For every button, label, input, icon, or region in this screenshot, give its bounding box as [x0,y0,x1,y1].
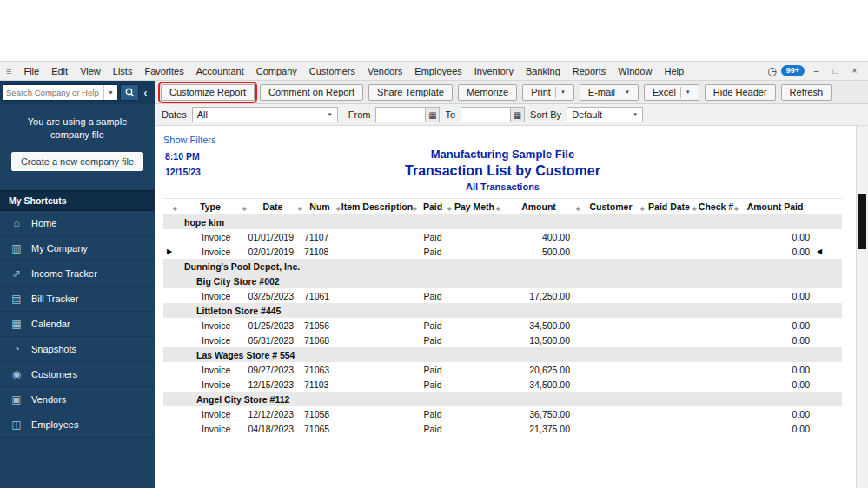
cell-num: 71063 [301,365,339,375]
menu-window[interactable]: Window [612,62,658,80]
customer-group-row[interactable]: Littleton Store #445 [163,303,842,318]
column-header-amount[interactable]: ◆Amount [499,201,579,212]
company-name: Manufacturing Sample File [163,148,842,161]
search-box[interactable]: ▼ [3,84,118,101]
menu-edit[interactable]: Edit [45,62,74,80]
calendar-icon: ▦ [10,318,23,330]
comment-on-report-button[interactable]: Comment on Report [260,84,363,101]
chevron-down-icon: ▼ [686,89,691,95]
notification-badge[interactable]: 99+ [781,65,805,76]
menu-view[interactable]: View [74,62,107,80]
menu-inventory[interactable]: Inventory [468,62,520,80]
cell-amount: 34,500.00 [499,320,579,331]
sidebar-item-employees[interactable]: ◫Employees [0,412,155,438]
cell-paid: Paid [415,232,450,242]
column-header-paid[interactable]: ◆Paid [415,201,450,212]
column-header-customer[interactable]: ◆Customer [579,201,643,212]
show-filters-link[interactable]: Show Filters [163,135,216,145]
menu-employees[interactable]: Employees [408,62,467,80]
menu-banking[interactable]: Banking [520,62,567,80]
sidebar-item-vendors[interactable]: ▣Vendors [0,387,155,412]
sidebar-item-my-company[interactable]: ▥My Company [0,236,155,261]
quickbooks-window: ≡ FileEditViewListsFavoritesAccountantCo… [0,61,868,488]
sidebar-item-calendar[interactable]: ▦Calendar [0,312,155,337]
memorize-button[interactable]: Memorize [458,84,517,101]
to-date-input[interactable]: ▦ [461,107,525,122]
button-label: Memorize [467,87,508,97]
table-row[interactable]: Invoice01/01/201971107Paid400.000.00 [163,229,842,244]
bill-tracker-icon: ▤ [10,293,23,305]
search-button[interactable] [120,84,139,101]
table-row[interactable]: Invoice09/27/202371063Paid20,625.000.00 [163,362,842,377]
menu-favorites[interactable]: Favorites [138,62,189,80]
create-company-file-button[interactable]: Create a new company file [11,152,143,171]
table-row[interactable]: Invoice05/31/202371068Paid13,500.000.00 [163,333,842,347]
menu-lists[interactable]: Lists [107,62,139,80]
sort-diamond-icon: ◆ [298,205,302,211]
excel-button[interactable]: Excel▼ [644,84,699,101]
customize-report-button[interactable]: Customize Report [161,84,255,101]
from-date-input[interactable]: ▦ [375,107,440,122]
table-row[interactable]: Invoice12/12/202371058Paid36,750.000.00 [163,406,842,421]
share-template-button[interactable]: Share Template [368,84,453,101]
column-header-date[interactable]: ◆Date [245,201,301,212]
vertical-scrollbar[interactable] [856,126,868,488]
sidebar-item-bill-tracker[interactable]: ▤Bill Tracker [0,287,155,312]
cell-date: 01/25/2023 [245,320,301,331]
sidebar-item-home[interactable]: ⌂Home [0,211,155,236]
menu-company[interactable]: Company [250,62,303,80]
customer-group-row[interactable]: hope kim [163,214,842,229]
column-header-type[interactable]: ◆Type [176,201,245,212]
sidebar-collapse-icon[interactable]: ‹ [139,86,152,99]
restore-button[interactable]: □ [828,66,843,76]
minimize-button[interactable]: – [809,66,824,76]
menu-file[interactable]: File [17,62,45,80]
sidebar-item-snapshots[interactable]: ◔Snapshots [0,337,155,362]
search-input[interactable] [3,88,103,97]
app-menu-icon[interactable]: ≡ [6,66,11,76]
calendar-icon[interactable]: ▦ [510,108,524,122]
close-button[interactable]: × [847,66,862,76]
cell-amount: 400.00 [499,232,579,242]
calendar-icon[interactable]: ▦ [425,108,439,122]
table-row[interactable]: ▶Invoice02/01/201971108Paid500.000.00◀ [163,244,842,259]
menu-vendors[interactable]: Vendors [361,62,408,80]
column-header-amount-paid[interactable]: ◆Amount Paid [737,201,813,212]
hide-header-button[interactable]: Hide Header [705,84,776,101]
sortby-dropdown[interactable]: Default ▼ [567,107,643,122]
e-mail-button[interactable]: E-mail▼ [580,84,639,101]
cell-amount: 36,750.00 [499,409,579,419]
cell-amount: 13,500.00 [499,335,579,346]
menu-accountant[interactable]: Accountant [190,62,250,80]
column-header-item-description[interactable]: ◆Item Description [339,201,415,212]
table-row[interactable]: Invoice12/15/202371103Paid34,500.000.00 [163,377,842,392]
column-header-num[interactable]: ◆Num [301,201,339,212]
column-header-paid-date[interactable]: ◆Paid Date [643,201,695,212]
scrollbar-thumb[interactable] [858,194,866,249]
dates-dropdown[interactable]: All ▼ [192,107,338,122]
sort-diamond-icon: ◆ [496,205,500,211]
customer-group-row[interactable]: Dunning's Pool Depot, Inc. [163,259,842,274]
refresh-button[interactable]: Refresh [781,84,832,101]
table-row[interactable]: Invoice04/18/202371065Paid21,375.000.00 [163,421,842,436]
print-button[interactable]: Print▼ [522,84,574,101]
clock-icon[interactable]: ◷ [767,65,776,77]
customer-group-row[interactable]: Las Wages Store # 554 [163,347,842,362]
my-shortcuts-header[interactable]: My Shortcuts [0,190,155,211]
menu-reports[interactable]: Reports [567,62,613,80]
dates-value: All [197,109,208,120]
menu-help[interactable]: Help [658,62,690,80]
column-header-check[interactable]: ◆Check # [695,201,737,212]
cell-paid: Paid [415,365,450,375]
column-header-pay-meth[interactable]: ◆Pay Meth [450,201,499,212]
sidebar-item-label: Calendar [31,319,70,329]
sidebar-item-income-tracker[interactable]: ⇗Income Tracker [0,261,155,287]
cell-num: 71065 [301,424,339,434]
table-row[interactable]: Invoice01/25/202371056Paid34,500.000.00 [163,318,842,333]
table-row[interactable]: Invoice03/25/202371061Paid17,250.000.00 [163,288,842,303]
customer-group-row[interactable]: Big City Store #002 [163,274,842,288]
menu-customers[interactable]: Customers [303,62,361,80]
sidebar-item-customers[interactable]: ◉Customers [0,362,155,387]
search-scope-dropdown-icon[interactable]: ▼ [103,85,117,100]
customer-group-row[interactable]: Angel City Store #112 [163,392,842,406]
